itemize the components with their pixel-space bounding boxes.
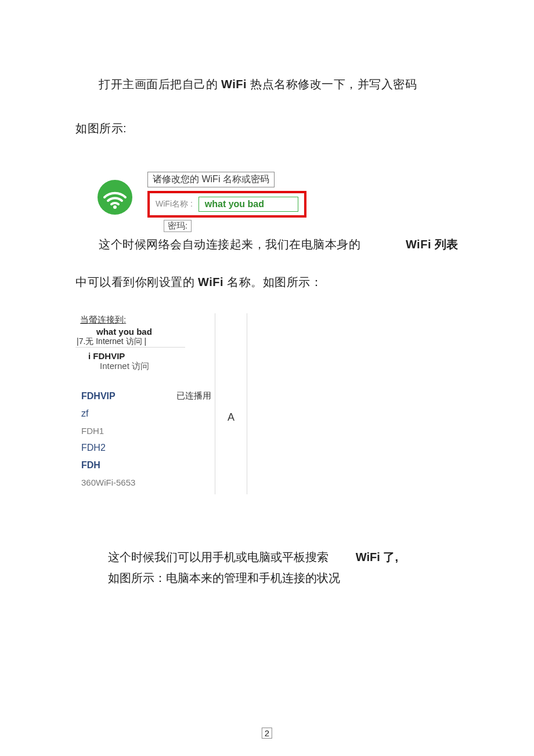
paragraph-status-desc: 如图所示：电脑本来的管理和手机连接的状况 — [108, 567, 459, 588]
paragraph-caption: 如图所示: — [75, 120, 459, 137]
text-run: 打开主画面后把自己的 — [99, 78, 218, 91]
page-number: 2 — [262, 728, 272, 739]
text-bold-wifi: WiFi — [194, 276, 227, 288]
network-name: FDH — [81, 460, 100, 471]
text-bold-wifi-list: WiFi 列表 — [406, 237, 459, 252]
wifi-popup-right-col: A — [215, 313, 247, 494]
paragraph-auto-connect: 这个时候网络会自动连接起来，我们在电脑本身的 WiFi 列表 — [75, 237, 459, 252]
network-row[interactable]: FDH2 — [75, 439, 215, 457]
no-internet-label: |7.无 Internet 访问 | — [75, 337, 185, 348]
right-col-a: A — [228, 412, 234, 422]
network-name: FDH2 — [81, 443, 106, 453]
current-network-name: what you bad — [96, 327, 215, 337]
internet-access-label: Internet 访问 — [100, 361, 215, 372]
wifi-name-label: WiFi名称 : — [156, 199, 193, 209]
network-name: FDHVIP — [81, 391, 116, 401]
paragraph-see-name: 中可以看到你刚设置的 WiFi 名称。如图所示： — [75, 274, 459, 290]
text-run: 如图所示: — [75, 122, 127, 135]
wifi-name-row: WiFi名称 : what you bad — [147, 191, 306, 218]
wifi-hint-label: 诸修改您的 WiFi 名称或密码 — [147, 172, 275, 187]
network-row[interactable]: FDHVIP已连播用 — [75, 387, 215, 405]
network-row[interactable]: FDH1 — [75, 422, 215, 439]
wifi-settings-figure: 诸修改您的 WiFi 名称或密码 WiFi名称 : what you bad 密… — [98, 172, 459, 232]
wifi-popup-panel: 当螢连接到: what you bad |7.无 Internet 访问 | i… — [75, 313, 215, 494]
text-run: 这个时候网络会自动连接起来，我们在电脑本身的 — [75, 237, 360, 252]
network-row[interactable]: 360WiFi-5653 — [75, 474, 215, 491]
text-run: 名称。如图所示： — [227, 276, 322, 288]
paragraph-intro: 打开主画面后把自己的 WiFi 热点名称修改一下，并写入密码 — [75, 75, 459, 93]
text-run: 热点名称修改一下，并写入密码 — [250, 78, 417, 91]
text-bold-wifi-now: WiFi 了, — [356, 547, 398, 567]
wifi-fields: 诸修改您的 WiFi 名称或密码 WiFi名称 : what you bad 密… — [147, 172, 306, 232]
network-list: FDHVIP已连播用zfFDH1FDH2FDH360WiFi-5653 — [75, 387, 215, 491]
wifi-name-input[interactable]: what you bad — [199, 197, 298, 212]
network-status: 已连播用 — [176, 390, 211, 401]
network-name: FDH1 — [81, 426, 104, 436]
document-page: 打开主画面后把自己的 WiFi 热点名称修改一下，并写入密码 如图所示: 诸修改… — [0, 0, 534, 756]
text-run: 中可以看到你刚设置的 — [75, 276, 194, 288]
connected-network-name: i FDHVIP — [88, 351, 215, 361]
svg-point-0 — [113, 205, 117, 209]
network-name: zf — [81, 408, 88, 419]
wifi-list-figure: 当螢连接到: what you bad |7.无 Internet 访问 | i… — [75, 313, 459, 494]
wifi-password-label: 密玛: — [164, 220, 192, 232]
paragraph-search: 这个时候我们可以用手机或电脑或平板搜索 WiFi 了, 如图所示：电脑本来的管理… — [108, 547, 459, 588]
network-row[interactable]: zf — [75, 405, 215, 422]
network-row[interactable]: FDH — [75, 457, 215, 474]
wifi-icon — [98, 180, 132, 215]
text-bold-wifi: WiFi — [218, 78, 250, 91]
network-name: 360WiFi-5653 — [81, 478, 135, 487]
popup-header: 当螢连接到: — [80, 314, 212, 325]
text-run: 这个时候我们可以用手机或电脑或平板搜索 — [108, 547, 329, 567]
